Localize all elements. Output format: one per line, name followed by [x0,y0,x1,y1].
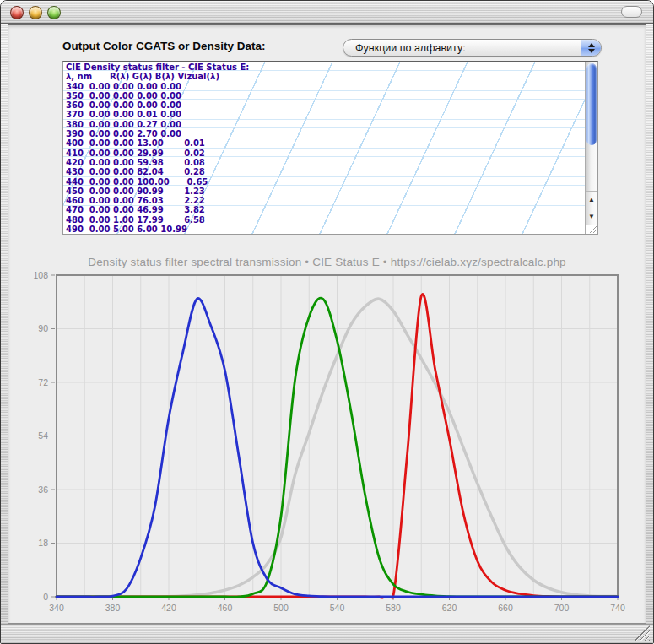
svg-text:460: 460 [218,603,233,613]
resize-grip-icon [587,225,597,233]
dropdown-stepper[interactable] [581,40,601,56]
scroll-down-button[interactable]: ▼ [586,208,597,225]
zoom-button-icon[interactable] [47,6,61,19]
svg-text:620: 620 [442,603,457,613]
minimize-button-icon[interactable] [29,6,42,19]
function-dropdown[interactable]: Функции по алфавиту: [343,39,602,57]
scroll-down-icon: ▼ [588,213,595,220]
vertical-scrollbar[interactable]: ▲ ▼ [585,62,597,234]
chevron-up-icon [588,43,595,47]
svg-text:380: 380 [105,603,121,613]
content-area: Output Color CGATS or Density Data: Функ… [8,24,646,624]
svg-text:72: 72 [38,377,48,387]
svg-text:0: 0 [43,592,48,602]
chart-title: Density status filter spectral transmiss… [8,256,646,268]
chevron-down-icon [588,49,595,53]
svg-text:340: 340 [49,603,64,613]
section-label: Output Color CGATS or Density Data: [62,40,266,52]
window-frame-right [646,24,653,643]
svg-text:540: 540 [330,603,345,613]
window-resize-grip-icon[interactable] [633,625,650,641]
svg-text:90: 90 [38,323,48,333]
svg-text:580: 580 [386,603,401,613]
window-frame-left [1,24,8,643]
svg-text:700: 700 [554,603,570,613]
svg-text:420: 420 [161,603,176,613]
title-bar[interactable] [1,1,653,24]
svg-text:660: 660 [498,603,513,613]
close-button-icon[interactable] [10,6,24,19]
window-controls [10,6,61,19]
svg-text:54: 54 [38,430,48,441]
cgats-data-textarea[interactable]: CIE Density status filter - CIE Status E… [62,61,598,235]
dropdown-selected-value: Функции по алфавиту: [355,42,466,54]
scroll-up-button[interactable]: ▲ [586,191,597,208]
cgats-data-text: CIE Density status filter - CIE Status E… [66,62,249,234]
toolbar-toggle-button[interactable] [621,6,642,18]
svg-text:36: 36 [38,484,48,495]
chart-canvas: 0183654729010834038042046050054058062066… [27,268,630,626]
scrollbar-thumb[interactable] [586,63,597,145]
svg-text:500: 500 [273,603,289,613]
spectral-chart: 0183654729010834038042046050054058062066… [27,268,630,626]
svg-text:740: 740 [610,603,625,613]
textarea-resize-grip[interactable] [586,225,597,234]
scroll-up-icon: ▲ [588,196,595,203]
window-frame-bottom [1,624,653,643]
svg-text:18: 18 [38,538,48,548]
svg-text:108: 108 [33,270,48,280]
app-window: Output Color CGATS or Density Data: Функ… [0,0,654,644]
